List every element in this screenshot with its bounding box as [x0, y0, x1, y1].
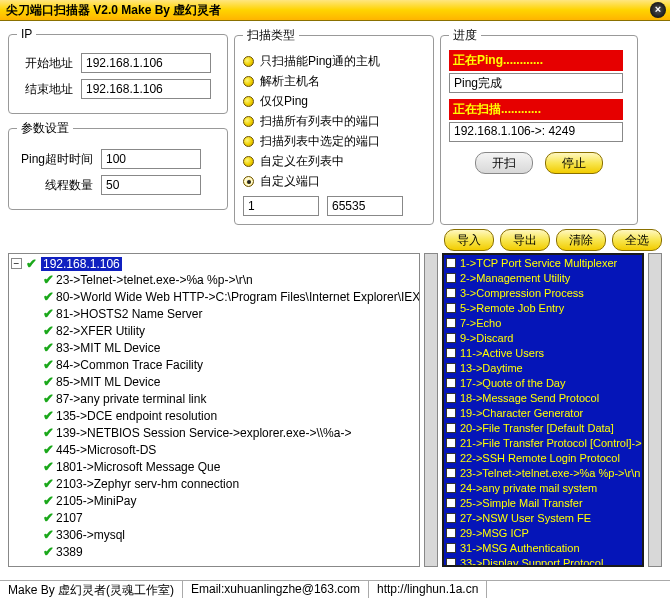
service-item[interactable]: 18->Message Send Protocol [444, 390, 642, 405]
tree-item[interactable]: ✔1801->Microsoft Message Que [41, 458, 417, 475]
checkbox-icon[interactable] [446, 363, 456, 373]
service-scrollbar[interactable] [648, 253, 662, 567]
checkbox-icon[interactable] [446, 288, 456, 298]
item-text: 2105->MiniPay [56, 494, 136, 508]
service-item[interactable]: 7->Echo [444, 315, 642, 330]
threads-input[interactable] [101, 175, 201, 195]
scantype-option[interactable]: 扫描所有列表中的端口 [243, 113, 425, 130]
service-text: 25->Simple Mail Transfer [460, 497, 583, 509]
option-label: 只扫描能Ping通的主机 [260, 53, 380, 70]
tree-item[interactable]: ✔84->Common Trace Facility [41, 356, 417, 373]
item-text: 135->DCE endpoint resolution [56, 409, 217, 423]
tree-item[interactable]: ✔445->Microsoft-DS [41, 441, 417, 458]
tree-item[interactable]: ✔3306->mysql [41, 526, 417, 543]
service-item[interactable]: 31->MSG Authentication [444, 540, 642, 555]
service-text: 20->File Transfer [Default Data] [460, 422, 614, 434]
stop-button[interactable]: 停止 [545, 152, 603, 174]
checkbox-icon[interactable] [446, 513, 456, 523]
tree-item[interactable]: ✔139->NETBIOS Session Service->explorer.… [41, 424, 417, 441]
end-ip-input[interactable] [81, 79, 211, 99]
service-list[interactable]: 1->TCP Port Service Multiplexer2->Manage… [442, 253, 644, 567]
tree-item[interactable]: ✔80->World Wide Web HTTP->C:\Program Fil… [41, 288, 417, 305]
checkbox-icon[interactable] [446, 303, 456, 313]
scantype-option[interactable]: 扫描列表中选定的端口 [243, 133, 425, 150]
check-icon: ✔ [26, 256, 37, 271]
check-icon: ✔ [43, 425, 54, 440]
import-button[interactable]: 导入 [444, 229, 494, 251]
toolbar: 导入 导出 清除 全选 [0, 225, 670, 253]
tree-item[interactable]: ✔87->any private terminal link [41, 390, 417, 407]
service-item[interactable]: 9->Discard [444, 330, 642, 345]
tree-root[interactable]: − ✔ 192.168.1.106 [11, 256, 417, 271]
port-from-input[interactable] [243, 196, 319, 216]
service-item[interactable]: 29->MSG ICP [444, 525, 642, 540]
service-item[interactable]: 5->Remote Job Entry [444, 300, 642, 315]
param-group: 参数设置 Ping超时时间 线程数量 [8, 120, 228, 210]
scantype-option[interactable]: 仅仅Ping [243, 93, 425, 110]
checkbox-icon[interactable] [446, 378, 456, 388]
checkbox-icon[interactable] [446, 423, 456, 433]
checkbox-icon[interactable] [446, 348, 456, 358]
checkbox-icon[interactable] [446, 318, 456, 328]
service-item[interactable]: 13->Daytime [444, 360, 642, 375]
tree-item[interactable]: ✔2103->Zephyr serv-hm connection [41, 475, 417, 492]
checkbox-icon[interactable] [446, 393, 456, 403]
checkbox-icon[interactable] [446, 258, 456, 268]
service-item[interactable]: 21->File Transfer Protocol [Control]->-> [444, 435, 642, 450]
collapse-icon[interactable]: − [11, 258, 22, 269]
tree-scrollbar[interactable] [424, 253, 438, 567]
clear-button[interactable]: 清除 [556, 229, 606, 251]
port-to-input[interactable] [327, 196, 403, 216]
checkbox-icon[interactable] [446, 333, 456, 343]
service-item[interactable]: 20->File Transfer [Default Data] [444, 420, 642, 435]
service-item[interactable]: 24->any private mail system [444, 480, 642, 495]
service-item[interactable]: 23->Telnet->telnet.exe->%a %p->\r\n [444, 465, 642, 480]
service-item[interactable]: 17->Quote of the Day [444, 375, 642, 390]
scantype-option[interactable]: 解析主机名 [243, 73, 425, 90]
result-tree[interactable]: − ✔ 192.168.1.106 ✔23->Telnet->telnet.ex… [8, 253, 420, 567]
scantype-option[interactable]: 只扫描能Ping通的主机 [243, 53, 425, 70]
checkbox-icon[interactable] [446, 558, 456, 568]
checkbox-icon[interactable] [446, 453, 456, 463]
selectall-button[interactable]: 全选 [612, 229, 662, 251]
service-item[interactable]: 1->TCP Port Service Multiplexer [444, 255, 642, 270]
checkbox-icon[interactable] [446, 273, 456, 283]
tree-item[interactable]: ✔81->HOSTS2 Name Server [41, 305, 417, 322]
service-item[interactable]: 19->Character Generator [444, 405, 642, 420]
checkbox-icon[interactable] [446, 543, 456, 553]
checkbox-icon[interactable] [446, 408, 456, 418]
service-text: 29->MSG ICP [460, 527, 529, 539]
service-item[interactable]: 11->Active Users [444, 345, 642, 360]
checkbox-icon[interactable] [446, 498, 456, 508]
start-ip-input[interactable] [81, 53, 211, 73]
checkbox-icon[interactable] [446, 468, 456, 478]
option-label: 扫描列表中选定的端口 [260, 133, 380, 150]
scantype-option[interactable]: 自定义端口 [243, 173, 425, 190]
item-text: 3306->mysql [56, 528, 125, 542]
item-text: 139->NETBIOS Session Service->explorer.e… [56, 426, 351, 440]
start-button[interactable]: 开扫 [475, 152, 533, 174]
tree-item[interactable]: ✔83->MIT ML Device [41, 339, 417, 356]
service-item[interactable]: 2->Management Utility [444, 270, 642, 285]
tree-item[interactable]: ✔23->Telnet->telnet.exe->%a %p->\r\n [41, 271, 417, 288]
tree-item[interactable]: ✔85->MIT ML Device [41, 373, 417, 390]
service-item[interactable]: 33->Display Support Protocol [444, 555, 642, 567]
checkbox-icon[interactable] [446, 438, 456, 448]
tree-item[interactable]: ✔3389 [41, 543, 417, 560]
service-item[interactable]: 25->Simple Mail Transfer [444, 495, 642, 510]
tree-item[interactable]: ✔2107 [41, 509, 417, 526]
tree-item[interactable]: ✔82->XFER Utility [41, 322, 417, 339]
scantype-option[interactable]: 自定义在列表中 [243, 153, 425, 170]
root-ip[interactable]: 192.168.1.106 [41, 257, 122, 271]
close-icon[interactable]: × [650, 2, 666, 18]
checkbox-icon[interactable] [446, 528, 456, 538]
service-item[interactable]: 27->NSW User System FE [444, 510, 642, 525]
tree-item[interactable]: ✔135->DCE endpoint resolution [41, 407, 417, 424]
timeout-input[interactable] [101, 149, 201, 169]
export-button[interactable]: 导出 [500, 229, 550, 251]
checkbox-icon[interactable] [446, 483, 456, 493]
service-item[interactable]: 3->Compression Process [444, 285, 642, 300]
tree-item[interactable]: ✔2105->MiniPay [41, 492, 417, 509]
service-text: 31->MSG Authentication [460, 542, 580, 554]
service-item[interactable]: 22->SSH Remote Login Protocol [444, 450, 642, 465]
